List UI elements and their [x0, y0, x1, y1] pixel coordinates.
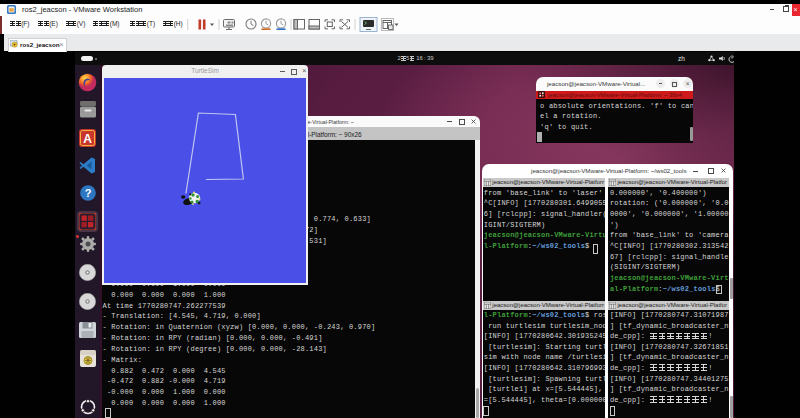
svg-text:A: A — [83, 132, 92, 146]
svg-text:?: ? — [84, 187, 91, 199]
